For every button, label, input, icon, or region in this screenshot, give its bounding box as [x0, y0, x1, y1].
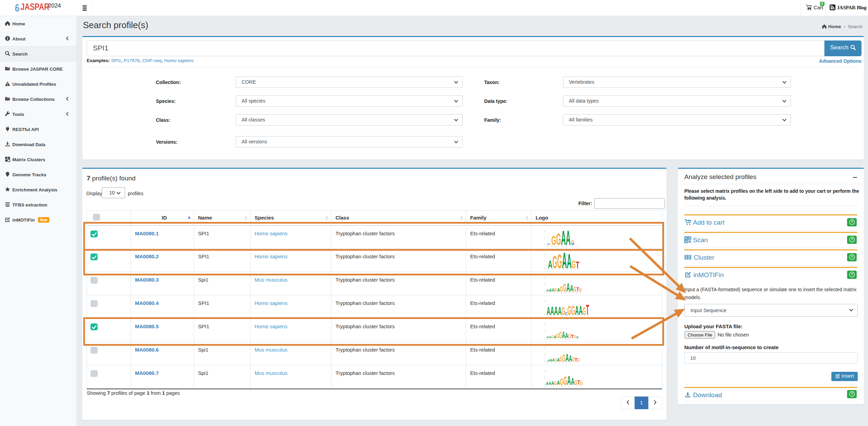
svg-text:?: ?	[851, 220, 853, 224]
svg-text:?: ?	[851, 272, 853, 276]
svg-text:?: ?	[851, 392, 853, 396]
svg-text:?: ?	[851, 237, 853, 241]
svg-text:?: ?	[851, 255, 853, 259]
